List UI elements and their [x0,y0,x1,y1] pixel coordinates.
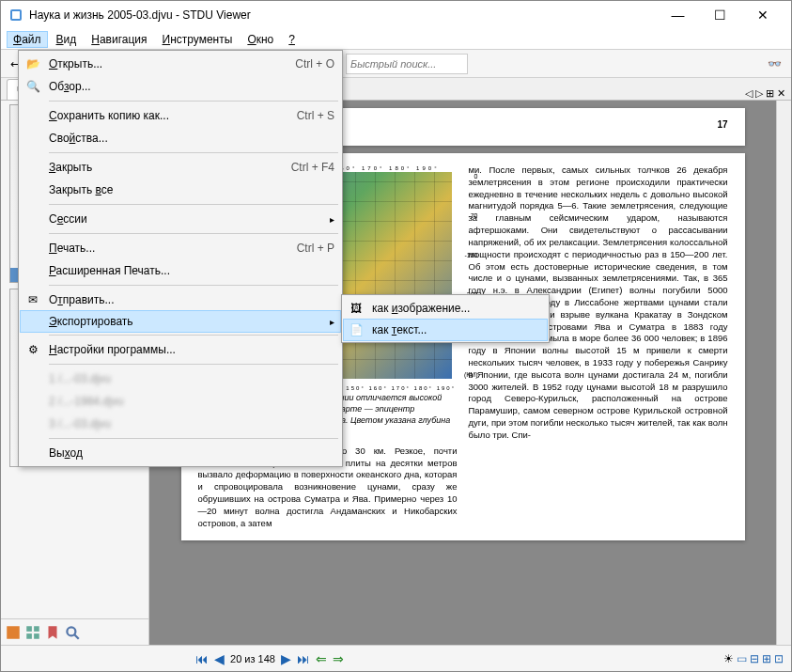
folder-open-icon: 📂 [24,55,41,72]
vertical-scrollbar[interactable] [776,101,791,645]
menu-save-copy[interactable]: Сохранить копию как...Ctrl + S [21,104,340,127]
brightness-icon[interactable]: ☀ [723,652,734,665]
page-number: 17 [717,119,727,130]
title-bar: Наука и жизнь 2005-03.djvu - STDU Viewer… [1,1,791,29]
menu-export[interactable]: Экспортировать▸ [20,310,341,333]
export-submenu: 🖼 как изображение... 📄 как текст... [341,294,550,343]
menu-help[interactable]: ? [282,31,302,48]
settings-icon: ⚙ [24,341,41,358]
menu-settings[interactable]: ⚙ Настройки программы... [21,338,340,361]
magnifier-icon: 🔍 [24,78,41,95]
svg-point-7 [67,627,75,635]
prev-page-button[interactable]: ◀ [214,651,225,666]
quick-search-input[interactable] [346,54,468,74]
svg-rect-1 [12,11,20,19]
last-page-button[interactable]: ⏭ [297,651,310,666]
svg-rect-6 [34,633,39,639]
window-title: Наука и жизнь 2005-03.djvu - STDU Viewer [29,8,657,22]
menu-close[interactable]: ЗакрытьCtrl + F4 [21,156,340,179]
map-legend: 0-70-150-300-500(КМ) [458,172,478,379]
forward-button[interactable]: ⇒ [333,651,344,666]
app-icon [8,8,23,23]
back-button[interactable]: ⇐ [316,651,327,666]
submenu-as-text[interactable]: 📄 как текст... [343,319,548,341]
continuous-icon[interactable]: ⊟ [750,652,759,665]
menu-properties[interactable]: Свойства... [21,127,340,149]
menu-recent-1[interactable]: 1 /...-03.djvu [21,367,340,390]
file-menu-dropdown: 📂 Открыть...Ctrl + O 🔍 Обзор... Сохранит… [18,50,343,467]
menu-recent-3[interactable]: 3 /...-03.djvu [21,413,340,435]
first-page-button[interactable]: ⏮ [195,651,209,666]
envelope-icon: ✉ [24,291,41,308]
menu-bar: Файл Вид Навигация Инструменты Окно ? [1,29,791,50]
minimize-button[interactable]: — [657,2,699,28]
submenu-as-image[interactable]: 🖼 как изображение... [344,297,547,320]
sidebar-toolbar [1,618,148,645]
bookmarks-icon[interactable] [44,624,61,641]
menu-adv-print[interactable]: Расширенная Печать... [21,259,340,282]
tab-next-icon[interactable]: ▷ [755,87,763,100]
svg-rect-4 [34,626,39,632]
menu-close-all[interactable]: Закрыть все [21,179,340,201]
facing-icon[interactable]: ⊞ [762,652,771,665]
continuous-facing-icon[interactable]: ⊡ [774,652,784,665]
menu-exit[interactable]: Выход [21,442,340,464]
menu-sessions[interactable]: Сессии▸ [21,208,340,230]
text-file-icon: 📄 [348,321,365,338]
svg-rect-5 [26,633,32,639]
close-button[interactable]: ✕ [741,2,784,28]
single-page-icon[interactable]: ▭ [737,652,747,665]
menu-open[interactable]: 📂 Открыть...Ctrl + O [21,53,340,75]
tab-close-icon[interactable]: ✕ [777,87,785,100]
svg-line-8 [74,634,79,639]
menu-window[interactable]: Окно [241,31,280,48]
tab-prev-icon[interactable]: ◁ [745,87,753,100]
binoculars-icon[interactable]: 👓 [763,53,785,75]
image-icon: 🖼 [348,300,365,317]
svg-rect-3 [26,626,32,632]
menu-browse[interactable]: 🔍 Обзор... [21,75,340,98]
menu-print[interactable]: Печать...Ctrl + P [21,237,340,259]
search-panel-icon[interactable] [64,624,81,641]
menu-navigation[interactable]: Навигация [85,31,153,48]
contents-icon[interactable] [5,624,22,641]
page-counter: 20 из 148 [230,653,275,664]
tab-grid-icon[interactable]: ⊞ [766,87,774,100]
menu-send[interactable]: ✉ Отправить... [21,289,340,311]
maximize-button[interactable]: ☐ [699,2,741,28]
menu-file[interactable]: Файл [7,31,48,48]
status-bar: ⏮ ◀ 20 из 148 ▶ ⏭ ⇐ ⇒ ☀ ▭ ⊟ ⊞ ⊡ [1,645,791,671]
next-page-button[interactable]: ▶ [281,651,291,666]
body-text-right: ми. После первых, самых сильных толчков … [469,164,728,529]
svg-rect-2 [7,626,20,639]
thumbnails-icon[interactable] [24,624,41,641]
menu-tools[interactable]: Инструменты [156,31,240,48]
menu-recent-2[interactable]: 2 /...-1984.djvu [21,390,340,413]
menu-view[interactable]: Вид [50,31,84,48]
